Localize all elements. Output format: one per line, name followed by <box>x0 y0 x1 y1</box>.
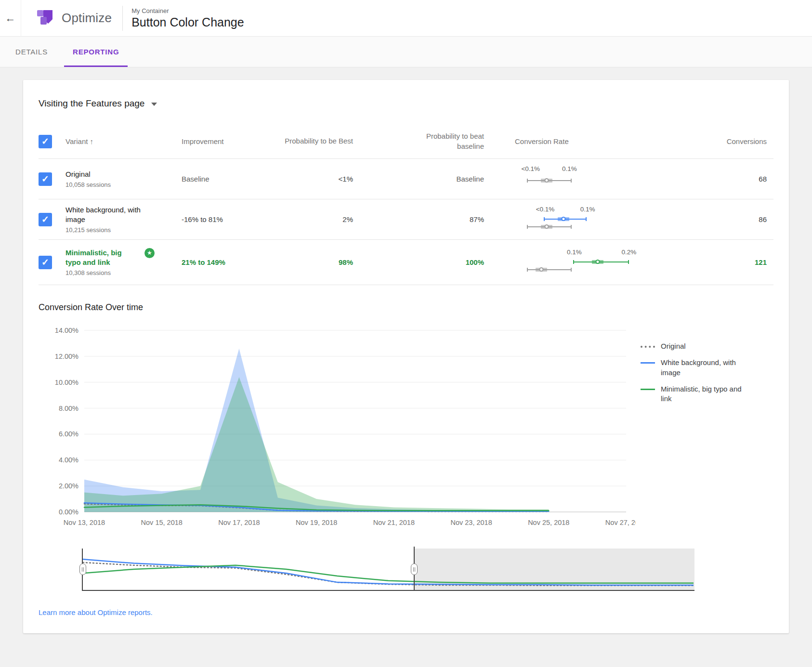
improvement-value: 21% to 149% <box>182 258 268 266</box>
row-checkbox-original[interactable]: ✓ <box>39 172 52 186</box>
variant-table: ✓ Variant ↑ Improvement Probability to b… <box>23 124 789 285</box>
logo-area: Optimize <box>21 7 122 29</box>
svg-text:8.00%: 8.00% <box>59 405 79 412</box>
legend-item-minimalistic: Minimalistic, big typo and link <box>641 384 766 404</box>
prob-best-value: <1% <box>268 175 353 183</box>
svg-text:0.00%: 0.00% <box>59 508 79 516</box>
svg-text:Nov 19, 2018: Nov 19, 2018 <box>296 519 337 526</box>
dotted-line-icon <box>641 346 655 348</box>
check-icon: ✓ <box>41 215 49 224</box>
svg-text:Nov 27, 2018: Nov 27, 2018 <box>605 519 636 526</box>
ci-low-label: <0.1% <box>521 165 540 172</box>
ci-low-label: <0.1% <box>536 206 555 213</box>
ci-interval-blue <box>544 216 586 222</box>
conversions-value: 86 <box>638 215 773 223</box>
variant-sessions: 10,308 sessions <box>65 269 182 276</box>
app-name: Optimize <box>62 11 112 26</box>
table-row: ✓ White background, with image 10,215 se… <box>39 199 773 240</box>
row-checkbox-minimalistic[interactable]: ✓ <box>39 256 52 269</box>
column-header-improvement: Improvement <box>182 137 268 145</box>
conversions-value: 121 <box>638 258 773 266</box>
variant-sessions: 10,215 sessions <box>65 226 182 234</box>
brush-handle-left[interactable] <box>79 563 86 575</box>
select-all-checkbox[interactable]: ✓ <box>39 135 52 148</box>
page-title: Button Color Change <box>131 15 244 29</box>
brush-svg <box>83 549 694 590</box>
optimize-logo-icon <box>35 7 55 29</box>
ci-low-label: 0.1% <box>567 248 582 256</box>
conversion-rate-interval-plot: <0.1% 0.1% <box>515 206 636 234</box>
tab-details[interactable]: DETAILS <box>3 37 60 67</box>
check-icon: ✓ <box>41 258 49 267</box>
ci-interval-green <box>573 259 629 265</box>
objective-label: Visiting the Features page <box>39 98 144 109</box>
variant-sessions: 10,058 sessions <box>65 181 182 188</box>
svg-text:Nov 23, 2018: Nov 23, 2018 <box>450 519 492 526</box>
svg-text:Nov 15, 2018: Nov 15, 2018 <box>141 519 183 526</box>
svg-text:12.00%: 12.00% <box>55 353 79 360</box>
prob-beat-value: 87% <box>353 215 484 223</box>
ci-high-label: 0.2% <box>621 248 636 256</box>
back-button[interactable]: ← <box>0 0 21 37</box>
chart-section-title: Conversion Rate Over time <box>23 285 789 313</box>
ci-interval-baseline <box>527 267 572 273</box>
report-card: Visiting the Features page ✓ Variant ↑ I… <box>23 80 789 633</box>
svg-text:Nov 25, 2018: Nov 25, 2018 <box>528 519 569 526</box>
content-area: Visiting the Features page ✓ Variant ↑ I… <box>0 67 812 633</box>
ci-interval-gray <box>527 178 572 183</box>
prob-best-value: 98% <box>268 258 353 266</box>
title-block: My Container Button Color Change <box>131 7 244 29</box>
date-range-brush[interactable] <box>82 549 694 591</box>
chart-legend: Original White background, with image Mi… <box>641 323 766 532</box>
table-header-row: ✓ Variant ↑ Improvement Probability to b… <box>39 124 773 159</box>
check-icon: ✓ <box>41 174 49 183</box>
blue-line-icon <box>641 362 655 364</box>
brush-handle-right[interactable] <box>411 563 418 575</box>
sort-asc-icon: ↑ <box>90 137 94 145</box>
prob-beat-value: Baseline <box>353 175 484 183</box>
column-header-variant[interactable]: Variant ↑ <box>65 137 182 145</box>
table-row: ✓ Minimalistic, big typo and link★ 10,30… <box>39 240 773 285</box>
improvement-value: -16% to 81% <box>182 215 268 223</box>
tab-reporting[interactable]: REPORTING <box>60 37 131 67</box>
svg-text:4.00%: 4.00% <box>59 456 79 464</box>
prob-beat-value: 100% <box>353 258 484 266</box>
check-icon: ✓ <box>41 137 49 146</box>
green-line-icon <box>641 389 655 390</box>
tab-bar: DETAILS REPORTING <box>0 37 812 67</box>
column-header-prob-best: Probability to be Best <box>268 136 353 146</box>
app-bar: ← Optimize My Container Button Color Cha… <box>0 0 812 37</box>
conversions-value: 68 <box>638 175 773 183</box>
legend-item-white-bg: White background, with image <box>641 358 766 378</box>
conversion-rate-chart: 0.00%2.00%4.00%6.00%8.00%10.00%12.00%14.… <box>23 313 789 532</box>
learn-more-link[interactable]: Learn more about Optimize reports. <box>39 608 153 616</box>
legend-item-original: Original <box>641 341 766 351</box>
ci-interval-baseline <box>527 224 572 230</box>
ci-high-label: 0.1% <box>580 206 595 213</box>
svg-text:6.00%: 6.00% <box>59 430 79 438</box>
svg-text:14.00%: 14.00% <box>55 327 79 334</box>
conversion-rate-interval-plot: <0.1% 0.1% <box>515 165 636 193</box>
svg-text:Nov 21, 2018: Nov 21, 2018 <box>373 519 415 526</box>
svg-text:2.00%: 2.00% <box>59 482 79 490</box>
chevron-down-icon <box>151 103 157 106</box>
svg-text:10.00%: 10.00% <box>55 379 79 386</box>
improvement-value: Baseline <box>182 175 268 183</box>
column-header-conversions: Conversions <box>638 137 773 145</box>
appbar-divider <box>122 6 123 31</box>
leader-star-icon: ★ <box>144 248 155 258</box>
variant-name: Minimalistic, big typo and link <box>65 248 138 268</box>
prob-best-value: 2% <box>268 215 353 223</box>
svg-text:Nov 17, 2018: Nov 17, 2018 <box>218 519 260 526</box>
container-name: My Container <box>131 7 244 14</box>
conversion-rate-interval-plot: 0.1% 0.2% <box>515 248 636 276</box>
objective-selector[interactable]: Visiting the Features page <box>23 94 789 112</box>
row-checkbox-white-bg[interactable]: ✓ <box>39 213 52 226</box>
variant-name: Original <box>65 170 182 179</box>
svg-text:Nov 13, 2018: Nov 13, 2018 <box>64 519 105 526</box>
column-header-conversion-rate: Conversion Rate <box>484 137 638 145</box>
back-arrow-icon: ← <box>5 12 16 25</box>
conversion-chart-svg: 0.00%2.00%4.00%6.00%8.00%10.00%12.00%14.… <box>39 323 636 530</box>
variant-name: White background, with image <box>65 205 155 225</box>
ci-high-label: 0.1% <box>562 165 577 172</box>
